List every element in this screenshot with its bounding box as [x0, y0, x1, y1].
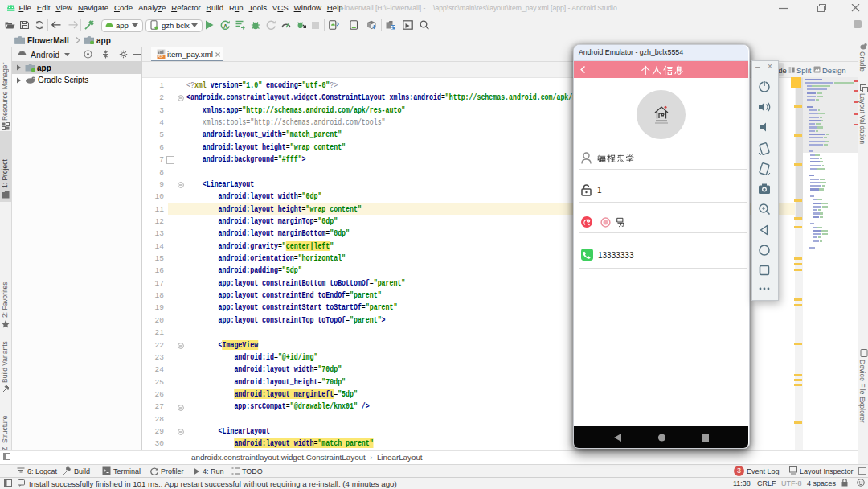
svg-text:<>: <>: [158, 54, 164, 59]
svg-text:A: A: [223, 23, 227, 29]
